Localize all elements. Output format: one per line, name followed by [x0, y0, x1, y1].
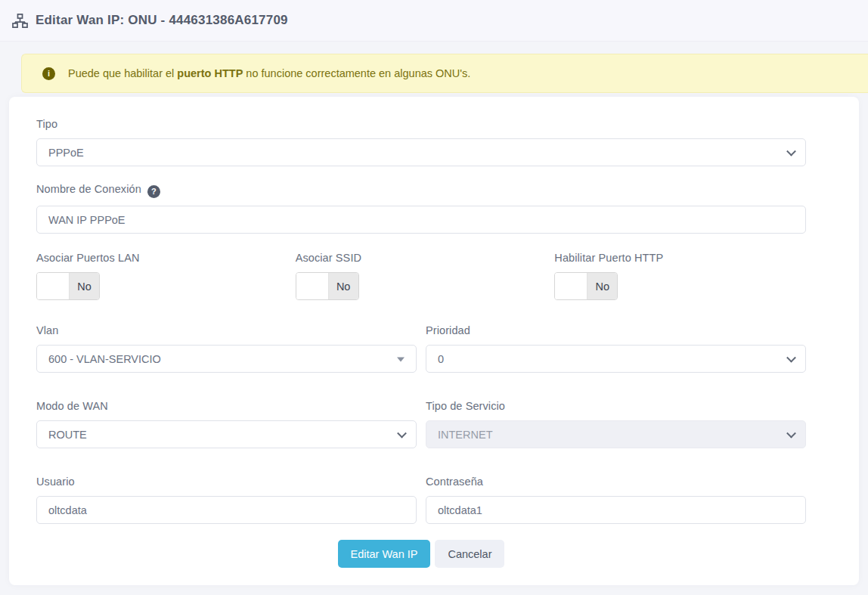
edit-wan-ip-form: Tipo PPPoE Nombre de Conexión ? Asociar … [36, 118, 806, 568]
field-nombre-conexion: Nombre de Conexión ? [36, 183, 806, 234]
info-circle-icon: i [42, 67, 55, 80]
caret-down-icon [397, 357, 405, 361]
question-circle-icon[interactable]: ? [147, 185, 160, 198]
vlan-prioridad-row: Vlan 600 - VLAN-SERVICIO Prioridad 0 [36, 324, 806, 373]
toggle-handle [296, 273, 329, 299]
form-actions: Editar Wan IP Cancelar [36, 540, 806, 568]
page-title: Editar Wan IP: ONU - 444631386A617709 [36, 13, 288, 28]
asociar-ssid-toggle[interactable]: No [296, 272, 359, 300]
tipo-servicio-label: Tipo de Servicio [426, 400, 806, 413]
cancel-button[interactable]: Cancelar [435, 540, 504, 568]
page-header: Editar Wan IP: ONU - 444631386A617709 [0, 0, 868, 42]
tipo-select[interactable]: PPPoE [36, 138, 806, 166]
asociar-ssid-label: Asociar SSID [296, 252, 547, 265]
edit-wan-ip-button[interactable]: Editar Wan IP [338, 540, 431, 568]
alert-text: Puede que habilitar el puerto HTTP no fu… [68, 67, 470, 79]
tipo-label: Tipo [36, 118, 806, 131]
field-asociar-puertos-lan: Asociar Puertos LAN No [36, 252, 288, 300]
vlan-selected-value: 600 - VLAN-SERVICIO [48, 353, 161, 365]
habilitar-puerto-http-toggle[interactable]: No [554, 272, 618, 300]
usuario-label: Usuario [36, 476, 417, 488]
habilitar-puerto-http-label: Habilitar Puerto HTTP [554, 252, 806, 265]
prioridad-label: Prioridad [426, 324, 806, 337]
field-usuario: Usuario [36, 476, 417, 524]
field-tipo-servicio: Tipo de Servicio INTERNET [426, 400, 806, 448]
toggle-handle [555, 273, 587, 299]
field-modo-wan: Modo de WAN ROUTE [36, 400, 417, 448]
field-prioridad: Prioridad 0 [426, 324, 806, 373]
vlan-label: Vlan [36, 324, 417, 337]
warning-alert: i Puede que habilitar el puerto HTTP no … [21, 54, 868, 93]
toggle-state-label: No [587, 273, 617, 299]
contrasena-input[interactable] [426, 496, 806, 524]
toggle-state-label: No [329, 273, 358, 299]
edit-wan-ip-card: Tipo PPPoE Nombre de Conexión ? Asociar … [9, 97, 859, 585]
sitemap-icon [12, 14, 28, 28]
toggle-handle [37, 273, 70, 299]
field-habilitar-puerto-http: Habilitar Puerto HTTP No [554, 252, 806, 300]
nombre-conexion-label: Nombre de Conexión ? [36, 183, 806, 198]
modo-wan-label: Modo de WAN [36, 400, 417, 413]
modo-wan-select[interactable]: ROUTE [36, 420, 417, 448]
contrasena-label: Contraseña [426, 476, 806, 488]
modo-servicio-row: Modo de WAN ROUTE Tipo de Servicio INTER… [36, 400, 806, 448]
tipo-servicio-select: INTERNET [426, 420, 806, 448]
asociar-puertos-lan-toggle[interactable]: No [36, 272, 100, 300]
toggles-row: Asociar Puertos LAN No Asociar SSID No H… [36, 252, 806, 300]
nombre-conexion-input[interactable] [36, 206, 806, 234]
field-tipo: Tipo PPPoE [36, 118, 806, 166]
field-asociar-ssid: Asociar SSID No [296, 252, 547, 300]
field-contrasena: Contraseña [426, 476, 806, 524]
asociar-puertos-lan-label: Asociar Puertos LAN [36, 252, 288, 265]
vlan-select[interactable]: 600 - VLAN-SERVICIO [36, 345, 417, 373]
prioridad-select[interactable]: 0 [426, 345, 806, 373]
credentials-row: Usuario Contraseña [36, 476, 806, 524]
usuario-input[interactable] [36, 496, 417, 524]
field-vlan: Vlan 600 - VLAN-SERVICIO [36, 324, 417, 373]
toggle-state-label: No [70, 273, 99, 299]
